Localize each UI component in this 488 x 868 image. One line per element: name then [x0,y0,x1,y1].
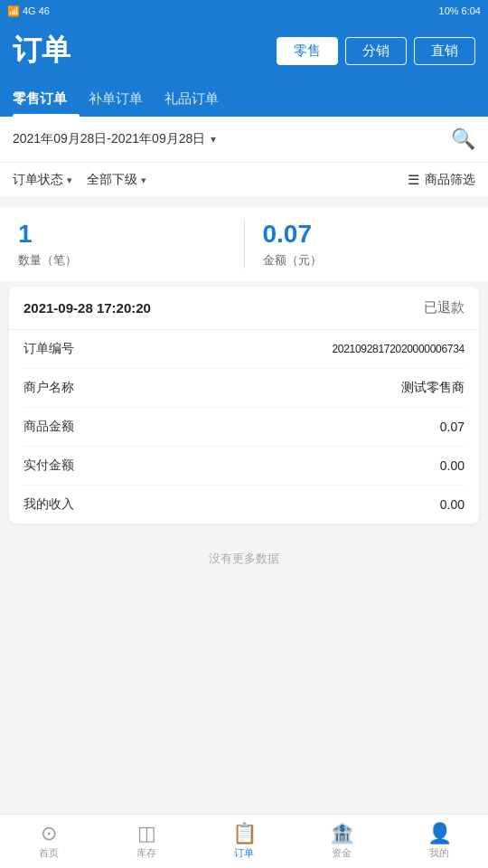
level-filter[interactable]: 全部下级 ▾ [87,172,146,188]
product-filter-label: 商品筛选 [425,172,475,188]
home-icon: ⊙ [41,824,57,844]
level-label: 全部下级 [87,172,137,188]
tab-distribution[interactable]: 分销 [345,37,407,65]
orders-icon: 📋 [232,824,257,844]
product-filter[interactable]: ☰ 商品筛选 [408,172,475,188]
nav-label-finance: 资金 [332,846,352,860]
order-status-chevron-icon: ▾ [67,175,72,186]
detail-value-product-amount: 0.07 [440,420,465,434]
order-status-filter[interactable]: 订单状态 ▾ [13,172,72,188]
detail-label-product-amount: 商品金额 [23,419,74,435]
status-bar: 📶 4G 46 10% 6:04 [0,0,488,22]
detail-value-actual-payment: 0.00 [440,458,465,473]
status-left: 📶 4G 46 [7,5,50,17]
detail-row-my-income: 我的收入 0.00 [23,486,465,524]
nav-label-home: 首页 [39,846,59,860]
detail-row-order-number: 订单编号 20210928172020000006734 [23,330,465,369]
date-range-chevron-icon: ▾ [211,133,216,146]
nav-item-orders[interactable]: 📋 订单 [195,818,293,865]
detail-row-actual-payment: 实付金额 0.00 [23,447,465,486]
nav-item-inventory[interactable]: ◫ 库存 [98,818,195,865]
sub-tabs: 零售订单 补单订单 礼品订单 [0,81,488,117]
stat-amount: 0.07 金额（元） [263,220,471,269]
order-status-badge: 已退款 [424,299,465,316]
inventory-icon: ◫ [137,824,156,844]
order-amount-label: 金额（元） [263,252,322,269]
search-icon[interactable]: 🔍 [451,127,475,151]
time-display: 6:04 [462,5,481,16]
finance-icon: 🏦 [330,824,354,844]
order-datetime: 2021-09-28 17:20:20 [23,300,151,316]
detail-row-product-amount: 商品金额 0.07 [23,408,465,447]
header: 订单 零售 分销 直销 [0,22,488,81]
signal-text: 4G 46 [23,5,50,16]
detail-value-merchant: 测试零售商 [401,380,465,396]
filter-bar: 2021年09月28日-2021年09月28日 ▾ 🔍 [0,117,488,163]
filter-left: 订单状态 ▾ 全部下级 ▾ [13,172,146,188]
detail-label-actual-payment: 实付金额 [23,458,74,474]
tab-direct[interactable]: 直销 [414,37,475,65]
bottom-nav: ⊙ 首页 ◫ 库存 📋 订单 🏦 资金 👤 我的 [0,814,488,868]
filter-row: 订单状态 ▾ 全部下级 ▾ ☰ 商品筛选 [0,163,488,198]
status-right: 10% 6:04 [439,5,481,16]
order-card-header: 2021-09-28 17:20:20 已退款 [9,287,479,330]
header-top: 订单 零售 分销 直销 [13,31,475,71]
sub-tab-replenish-order[interactable]: 补单订单 [89,81,155,117]
detail-label-order-number: 订单编号 [23,341,74,357]
date-range-selector[interactable]: 2021年09月28日-2021年09月28日 ▾ [13,131,216,147]
detail-value-order-number: 20210928172020000006734 [332,343,465,355]
order-count-label: 数量（笔） [18,252,77,269]
order-status-label: 订单状态 [13,172,63,188]
stat-count: 1 数量（笔） [18,220,226,269]
nav-label-mine: 我的 [429,846,449,860]
detail-label-merchant: 商户名称 [23,380,74,396]
nav-item-home[interactable]: ⊙ 首页 [0,818,98,865]
level-chevron-icon: ▾ [141,175,146,186]
nav-label-orders: 订单 [234,846,254,860]
stats-row: 1 数量（笔） 0.07 金额（元） [0,207,488,281]
app-title: 订单 [13,31,70,71]
nav-item-finance[interactable]: 🏦 资金 [293,818,390,865]
detail-row-merchant: 商户名称 测试零售商 [23,369,465,408]
order-card[interactable]: 2021-09-28 17:20:20 已退款 订单编号 20210928172… [9,287,479,524]
filter-lines-icon: ☰ [408,172,419,188]
battery-text: 10% [439,5,459,16]
order-count-value: 1 [18,220,33,249]
nav-label-inventory: 库存 [136,846,156,860]
sub-tab-retail-order[interactable]: 零售订单 [13,81,80,117]
detail-label-my-income: 我的收入 [23,496,74,513]
tab-retail[interactable]: 零售 [277,37,338,65]
order-details: 订单编号 20210928172020000006734 商户名称 测试零售商 … [9,330,479,524]
stat-divider [244,220,245,269]
sub-tab-gift-order[interactable]: 礼品订单 [164,81,231,117]
nav-item-mine[interactable]: 👤 我的 [390,818,488,865]
no-more-data: 没有更多数据 [0,533,488,594]
order-amount-value: 0.07 [263,220,313,249]
detail-value-my-income: 0.00 [440,497,465,512]
date-range-label: 2021年09月28日-2021年09月28日 [13,131,205,147]
content-spacer [0,594,488,814]
network-indicator: 📶 [7,5,20,17]
header-tabs: 零售 分销 直销 [277,37,475,65]
mine-icon: 👤 [427,824,452,844]
